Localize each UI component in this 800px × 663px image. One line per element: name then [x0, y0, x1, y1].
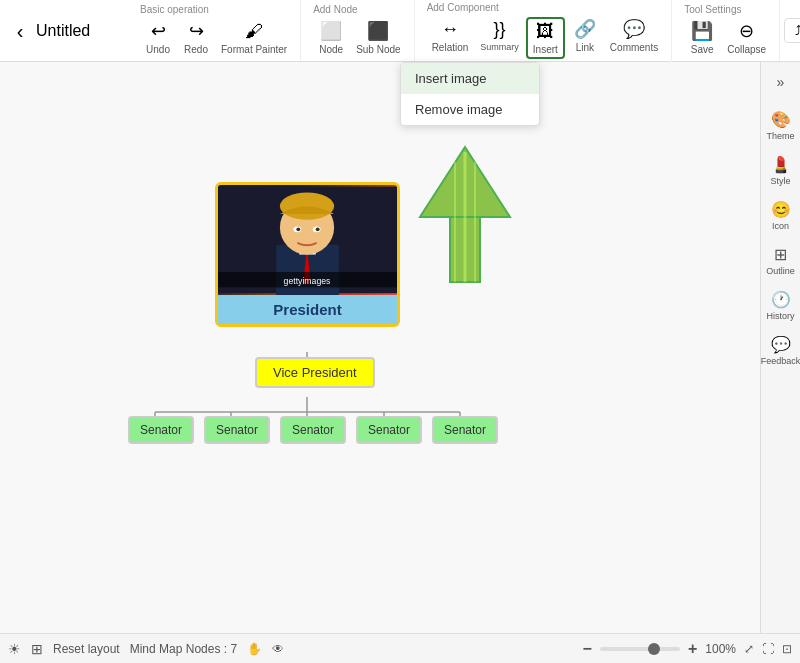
undo-button[interactable]: ↩ Undo: [140, 19, 176, 57]
grid-icon: ⊞: [31, 641, 43, 657]
vp-node[interactable]: Vice President: [255, 357, 375, 388]
icon-label: Icon: [772, 221, 789, 231]
green-arrow: [415, 142, 515, 296]
senator-node-5[interactable]: Senator: [432, 416, 498, 444]
insert-icon: 🖼: [536, 21, 554, 43]
sub-node-label: Sub Node: [356, 44, 400, 55]
zoom-controls: − + 100% ⤢ ⛶ ⊡: [583, 640, 792, 658]
history-label: History: [766, 311, 794, 321]
sub-node-icon: ⬛: [367, 21, 389, 43]
undo-label: Undo: [146, 44, 170, 55]
tool-settings-group: Tool Settings 💾 Save ⊖ Collapse: [676, 0, 780, 61]
zoom-thumb[interactable]: [648, 643, 660, 655]
comments-button[interactable]: 💬 Comments: [605, 17, 663, 59]
president-image: gettyimages: [218, 185, 397, 295]
sidebar-collapse-button[interactable]: »: [773, 70, 789, 94]
share-icon: ⤴: [795, 23, 800, 38]
nodes-info: Mind Map Nodes : 7: [130, 642, 237, 656]
outline-icon: ⊞: [774, 245, 787, 264]
relation-button[interactable]: ↔ Relation: [427, 17, 474, 59]
save-label: Save: [691, 44, 714, 55]
insert-image-option[interactable]: Insert image: [401, 63, 539, 94]
summary-label: Summary: [480, 42, 519, 52]
link-icon: 🔗: [574, 19, 596, 41]
sidebar-item-feedback[interactable]: 💬 Feedback: [763, 329, 799, 372]
format-painter-label: Format Painter: [221, 44, 287, 55]
statusbar: ☀ ⊞ Reset layout Mind Map Nodes : 7 ✋ 👁 …: [0, 633, 800, 663]
reset-layout-button[interactable]: Reset layout: [53, 642, 120, 656]
comments-icon: 💬: [623, 19, 645, 41]
senator-label-3: Senator: [292, 423, 334, 437]
sidebar-item-style[interactable]: 💄 Style: [763, 149, 799, 192]
senator-label-5: Senator: [444, 423, 486, 437]
redo-button[interactable]: ↪ Redo: [178, 19, 214, 57]
basic-operation-label: Basic operation: [140, 4, 209, 15]
hand-icon: ✋: [247, 642, 262, 656]
insert-dropdown: Insert image Remove image: [400, 62, 540, 126]
add-component-group: Add Component ↔ Relation }} Summary 🖼 In…: [419, 0, 673, 63]
senator-node-2[interactable]: Senator: [204, 416, 270, 444]
senator-node-4[interactable]: Senator: [356, 416, 422, 444]
summary-button[interactable]: }} Summary: [475, 17, 524, 59]
add-node-group: Add Node ⬜ Node ⬛ Sub Node: [305, 0, 414, 61]
canvas: gettyimages President Vice President Sen…: [0, 62, 760, 633]
share-button[interactable]: ⤴ Share: [784, 18, 800, 43]
mindmap-container: gettyimages President Vice President Sen…: [0, 62, 760, 633]
back-button[interactable]: ‹: [8, 17, 32, 45]
node-button[interactable]: ⬜ Node: [313, 19, 349, 57]
senator-label-2: Senator: [216, 423, 258, 437]
node-icon: ⬜: [320, 21, 342, 43]
insert-button[interactable]: 🖼 Insert: [526, 17, 565, 59]
redo-icon: ↪: [189, 21, 204, 43]
theme-label: Theme: [766, 131, 794, 141]
senator-node-1[interactable]: Senator: [128, 416, 194, 444]
tool-settings-label: Tool Settings: [684, 4, 741, 15]
president-label: President: [218, 295, 397, 324]
format-painter-button[interactable]: 🖌 Format Painter: [216, 19, 292, 57]
collapse-label: Collapse: [727, 44, 766, 55]
connector-svg: [0, 62, 760, 633]
svg-text:gettyimages: gettyimages: [284, 276, 331, 286]
outline-label: Outline: [766, 266, 795, 276]
insert-label: Insert: [533, 44, 558, 55]
relation-icon: ↔: [441, 19, 459, 41]
feedback-icon: 💬: [771, 335, 791, 354]
sidebar-item-icon[interactable]: 😊 Icon: [763, 194, 799, 237]
link-label: Link: [576, 42, 594, 53]
svg-point-21: [296, 227, 300, 231]
svg-point-18: [280, 193, 334, 220]
style-label: Style: [770, 176, 790, 186]
sidebar-item-history[interactable]: 🕐 History: [763, 284, 799, 327]
add-node-label: Add Node: [313, 4, 357, 15]
sidebar-item-theme[interactable]: 🎨 Theme: [763, 104, 799, 147]
fit-screen-icon[interactable]: ⤢: [744, 642, 754, 656]
collapse-button[interactable]: ⊖ Collapse: [722, 19, 771, 57]
zoom-minus-button[interactable]: −: [583, 640, 592, 658]
undo-icon: ↩: [151, 21, 166, 43]
zoom-slider[interactable]: [600, 647, 680, 651]
format-painter-icon: 🖌: [245, 21, 263, 43]
toolbar-right: ⤴ Share ↗ Export: [784, 18, 800, 43]
theme-icon: 🎨: [771, 110, 791, 129]
senator-label-4: Senator: [368, 423, 410, 437]
svg-point-22: [316, 227, 320, 231]
vp-label: Vice President: [273, 365, 357, 380]
president-node[interactable]: gettyimages President: [215, 182, 400, 327]
sidebar-item-outline[interactable]: ⊞ Outline: [763, 239, 799, 282]
save-button[interactable]: 💾 Save: [684, 19, 720, 57]
summary-icon: }}: [494, 19, 506, 41]
eye-icon: 👁: [272, 642, 284, 656]
icon-icon: 😊: [771, 200, 791, 219]
zoom-plus-button[interactable]: +: [688, 640, 697, 658]
node-label: Node: [319, 44, 343, 55]
sub-node-button[interactable]: ⬛ Sub Node: [351, 19, 405, 57]
right-sidebar: » 🎨 Theme 💄 Style 😊 Icon ⊞ Outline 🕐 His…: [760, 62, 800, 633]
fullscreen-icon[interactable]: ⛶: [762, 642, 774, 656]
expand-icon[interactable]: ⊡: [782, 642, 792, 656]
senator-node-3[interactable]: Senator: [280, 416, 346, 444]
link-button[interactable]: 🔗 Link: [567, 17, 603, 59]
remove-image-option[interactable]: Remove image: [401, 94, 539, 125]
save-icon: 💾: [691, 21, 713, 43]
history-icon: 🕐: [771, 290, 791, 309]
senator-label-1: Senator: [140, 423, 182, 437]
